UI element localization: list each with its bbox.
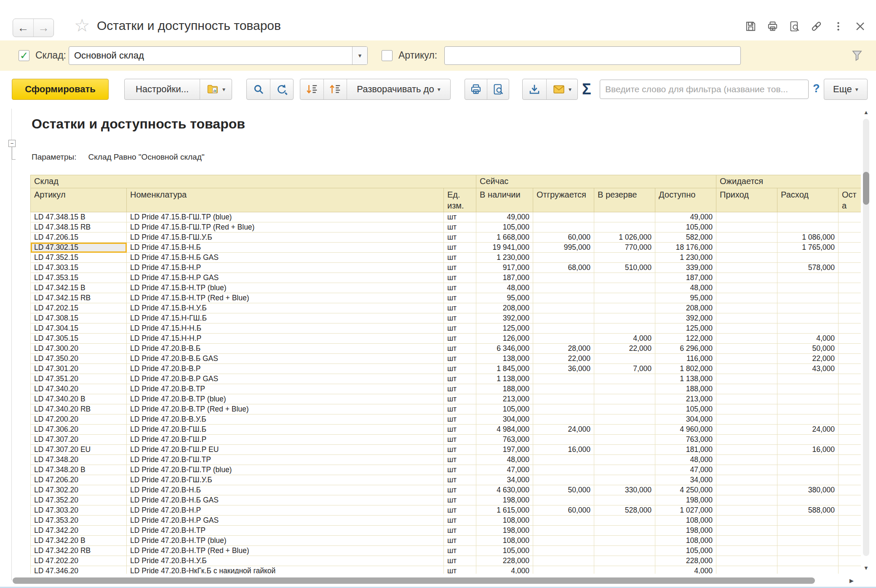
- cell-incoming[interactable]: [716, 404, 777, 414]
- cell-available[interactable]: 6 296,000: [655, 344, 716, 354]
- cell-rest[interactable]: [839, 495, 861, 505]
- cell-incoming[interactable]: [716, 475, 777, 485]
- cell-shipping[interactable]: [533, 536, 594, 546]
- cell-outgoing[interactable]: [777, 495, 839, 505]
- cell-incoming[interactable]: [716, 485, 777, 495]
- cell-reserved[interactable]: [594, 222, 655, 233]
- cell-shipping[interactable]: 995,000: [533, 243, 594, 253]
- cell-articul[interactable]: LD 47.348.15 B: [31, 212, 127, 222]
- cell-in-stock[interactable]: 48,000: [476, 455, 533, 465]
- cell-incoming[interactable]: [716, 566, 777, 574]
- cell-incoming[interactable]: [716, 293, 777, 303]
- cell-available[interactable]: 4,000: [655, 566, 716, 574]
- cell-rest[interactable]: [839, 526, 861, 536]
- cell-rest[interactable]: [839, 374, 861, 384]
- cell-nomenclature[interactable]: LD Pride 47.20.В-Н.Р: [127, 505, 444, 516]
- cell-available[interactable]: 582,000: [655, 233, 716, 243]
- cell-in-stock[interactable]: 95,000: [476, 293, 533, 303]
- cell-nomenclature[interactable]: LD Pride 47.20.В-ГШ.ТР (blue): [127, 465, 444, 475]
- cell-articul[interactable]: LD 47.202.15: [31, 303, 127, 313]
- cell-available[interactable]: 198,000: [655, 495, 716, 505]
- cell-in-stock[interactable]: 1 230,000: [476, 253, 533, 263]
- cell-rest[interactable]: [839, 394, 861, 404]
- cell-outgoing[interactable]: 4,000: [777, 334, 839, 344]
- cell-shipping[interactable]: [533, 435, 594, 445]
- more-menu-icon[interactable]: [832, 20, 844, 32]
- cell-nomenclature[interactable]: LD Pride 47.15.В-Н.Р: [127, 263, 444, 273]
- cell-shipping[interactable]: [533, 212, 594, 222]
- expand-groups-icon[interactable]: [300, 79, 323, 99]
- cell-shipping[interactable]: 60,000: [533, 233, 594, 243]
- cell-rest[interactable]: [839, 566, 861, 574]
- cell-in-stock[interactable]: 49,000: [476, 212, 533, 222]
- cell-nomenclature[interactable]: LD Pride 47.15.В-Н.Р GAS: [127, 273, 444, 283]
- cell-outgoing[interactable]: [777, 455, 839, 465]
- cell-incoming[interactable]: [716, 384, 777, 394]
- cell-unit[interactable]: шт: [444, 526, 476, 536]
- cell-incoming[interactable]: [716, 526, 777, 536]
- cell-articul[interactable]: LD 47.342.20: [31, 526, 127, 536]
- cell-unit[interactable]: шт: [444, 516, 476, 526]
- cell-available[interactable]: 208,000: [655, 303, 716, 313]
- cell-shipping[interactable]: [533, 414, 594, 425]
- cell-articul[interactable]: LD 47.348.15 RB: [31, 222, 127, 233]
- cell-shipping[interactable]: [533, 384, 594, 394]
- cell-unit[interactable]: шт: [444, 566, 476, 574]
- cell-outgoing[interactable]: 24,000: [777, 425, 839, 435]
- cell-rest[interactable]: [839, 556, 861, 566]
- cell-articul[interactable]: LD 47.350.20: [31, 354, 127, 364]
- cell-unit[interactable]: шт: [444, 293, 476, 303]
- cell-unit[interactable]: шт: [444, 465, 476, 475]
- cell-unit[interactable]: шт: [444, 243, 476, 253]
- cell-reserved[interactable]: [594, 566, 655, 574]
- cell-articul[interactable]: LD 47.352.20: [31, 495, 127, 505]
- cell-outgoing[interactable]: [777, 293, 839, 303]
- cell-outgoing[interactable]: 43,000: [777, 364, 839, 374]
- cell-reserved[interactable]: [594, 323, 655, 334]
- cell-in-stock[interactable]: 392,000: [476, 313, 533, 323]
- col-header-in-stock[interactable]: В наличии: [476, 188, 533, 212]
- cell-unit[interactable]: шт: [444, 445, 476, 455]
- col-header-articul[interactable]: Артикул: [31, 188, 127, 212]
- cell-reserved[interactable]: [594, 354, 655, 364]
- cell-nomenclature[interactable]: LD Pride 47.20.В-ГШ.Б: [127, 425, 444, 435]
- cell-available[interactable]: 198,000: [655, 526, 716, 536]
- cell-nomenclature[interactable]: LD Pride 47.20.В-Н.Б: [127, 485, 444, 495]
- cell-incoming[interactable]: [716, 233, 777, 243]
- cell-shipping[interactable]: [533, 334, 594, 344]
- col-header-reserved[interactable]: В резерве: [594, 188, 655, 212]
- cell-reserved[interactable]: [594, 516, 655, 526]
- cell-rest[interactable]: [839, 516, 861, 526]
- col-header-unit[interactable]: Ед. изм.: [444, 188, 476, 212]
- scroll-right-arrow[interactable]: ▶: [849, 578, 854, 583]
- close-icon[interactable]: [854, 20, 866, 32]
- cell-reserved[interactable]: 770,000: [594, 243, 655, 253]
- cell-incoming[interactable]: [716, 263, 777, 273]
- print-preview-icon[interactable]: [788, 20, 801, 32]
- cell-shipping[interactable]: 36,000: [533, 364, 594, 374]
- cell-shipping[interactable]: [533, 273, 594, 283]
- link-icon[interactable]: [810, 20, 823, 32]
- cell-reserved[interactable]: 528,000: [594, 505, 655, 516]
- cell-unit[interactable]: шт: [444, 263, 476, 273]
- cell-articul[interactable]: LD 47.206.15: [31, 233, 127, 243]
- cell-outgoing[interactable]: [777, 475, 839, 485]
- cell-outgoing[interactable]: [777, 556, 839, 566]
- cell-articul[interactable]: LD 47.340.20: [31, 384, 127, 394]
- cell-in-stock[interactable]: 4 630,000: [476, 485, 533, 495]
- filter-funnel-icon[interactable]: [851, 49, 863, 62]
- cell-outgoing[interactable]: 50,000: [777, 344, 839, 354]
- cell-available[interactable]: 47,000: [655, 465, 716, 475]
- cell-unit[interactable]: шт: [444, 404, 476, 414]
- cell-outgoing[interactable]: [777, 384, 839, 394]
- cell-shipping[interactable]: [533, 526, 594, 536]
- cell-rest[interactable]: [839, 465, 861, 475]
- cell-rest[interactable]: [839, 485, 861, 495]
- cell-articul[interactable]: LD 47.342.20 B: [31, 536, 127, 546]
- cell-nomenclature[interactable]: LD Pride 47.15.Н-Н.Р: [127, 334, 444, 344]
- cell-incoming[interactable]: [716, 354, 777, 364]
- cell-in-stock[interactable]: 187,000: [476, 273, 533, 283]
- cell-nomenclature[interactable]: LD Pride 47.20.В-В.Р GAS: [127, 374, 444, 384]
- cell-reserved[interactable]: 510,000: [594, 263, 655, 273]
- cell-in-stock[interactable]: 917,000: [476, 263, 533, 273]
